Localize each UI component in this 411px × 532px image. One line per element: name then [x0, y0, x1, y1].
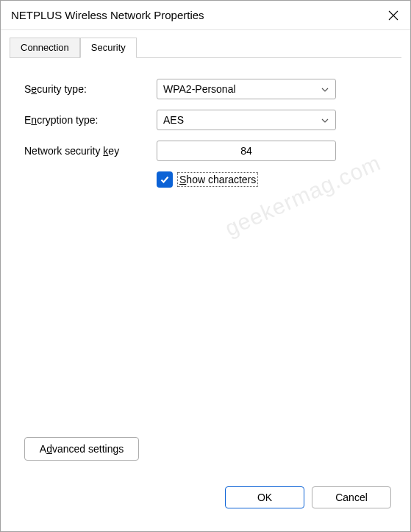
watermark-text: geekermag.com [221, 150, 385, 241]
check-icon [160, 174, 170, 185]
security-type-value: WPA2-Personal [163, 83, 236, 95]
dialog-footer: OK Cancel [10, 481, 401, 522]
titlebar: NETPLUS Wireless Network Properties [1, 1, 410, 30]
network-key-row: Network security key 84 [24, 141, 387, 161]
tab-security[interactable]: Security [80, 38, 137, 58]
security-type-row: Security type: WPA2-Personal [24, 79, 387, 99]
chevron-down-icon [321, 85, 329, 93]
encryption-type-value: AES [163, 114, 184, 126]
close-button[interactable] [376, 1, 410, 30]
window-title: NETPLUS Wireless Network Properties [11, 9, 376, 21]
security-type-dropdown[interactable]: WPA2-Personal [157, 79, 336, 99]
tab-bar: Connection Security [10, 38, 401, 57]
dialog-window: NETPLUS Wireless Network Properties Conn… [0, 0, 411, 532]
show-characters-row: Show characters [157, 171, 387, 188]
encryption-type-dropdown[interactable]: AES [157, 110, 336, 130]
close-icon [388, 10, 399, 21]
client-area: Connection Security Security type: WPA2-… [1, 30, 410, 531]
network-key-input[interactable]: 84 [157, 141, 336, 161]
security-type-label: Security type: [24, 83, 157, 95]
encryption-type-label: Encryption type: [24, 114, 157, 126]
network-key-label: Network security key [24, 145, 157, 157]
show-characters-checkbox[interactable] [157, 171, 173, 188]
tab-connection[interactable]: Connection [10, 38, 80, 57]
chevron-down-icon [321, 116, 329, 124]
advanced-settings-button[interactable]: Advanced settings [24, 437, 139, 461]
network-key-value: 84 [240, 145, 252, 157]
ok-button[interactable]: OK [225, 486, 304, 508]
show-characters-label[interactable]: Show characters [177, 172, 258, 187]
cancel-button[interactable]: Cancel [312, 486, 391, 508]
encryption-type-row: Encryption type: AES [24, 110, 387, 130]
tab-panel-security: Security type: WPA2-Personal Encryption … [10, 57, 401, 481]
